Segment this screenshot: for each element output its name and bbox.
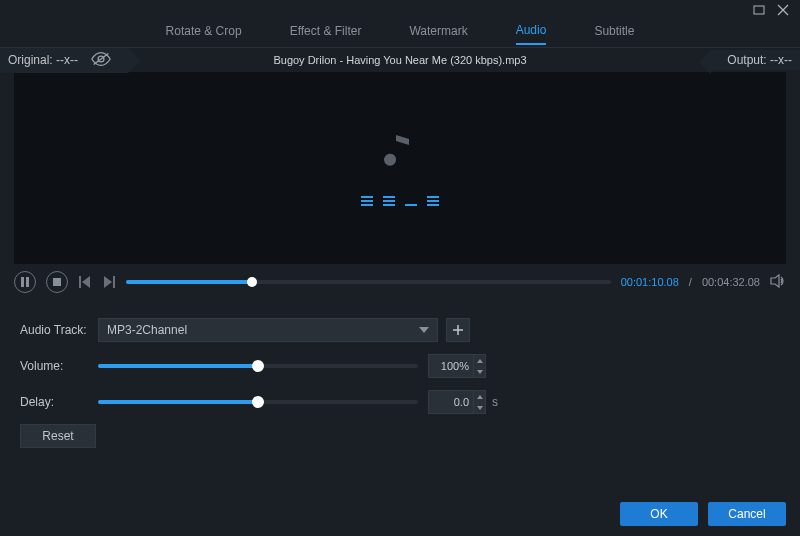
equalizer-icon xyxy=(361,194,439,206)
svg-marker-9 xyxy=(82,276,90,288)
delay-slider[interactable] xyxy=(98,400,418,404)
delay-up-button[interactable] xyxy=(474,391,485,402)
add-audio-track-button[interactable] xyxy=(446,318,470,342)
maximize-button[interactable] xyxy=(752,3,766,17)
delay-slider-thumb[interactable] xyxy=(252,396,264,408)
duration-time: 00:04:32.08 xyxy=(702,276,760,288)
preview-toggle[interactable] xyxy=(90,51,112,70)
svg-marker-13 xyxy=(419,327,429,333)
output-size-label: Output: --x-- xyxy=(727,53,792,67)
delay-value[interactable]: 0.0 xyxy=(428,390,474,414)
svg-marker-16 xyxy=(477,359,483,363)
stop-icon xyxy=(52,277,62,287)
time-separator: / xyxy=(689,276,692,288)
music-note-icon xyxy=(383,131,417,174)
audio-track-selected: MP3-2Channel xyxy=(107,323,187,337)
svg-rect-5 xyxy=(21,277,24,287)
close-button[interactable] xyxy=(776,3,790,17)
volume-value[interactable]: 100% xyxy=(428,354,474,378)
stop-button[interactable] xyxy=(46,271,68,293)
ok-button[interactable]: OK xyxy=(620,502,698,526)
tab-audio[interactable]: Audio xyxy=(516,23,547,45)
chevron-down-icon xyxy=(419,327,429,333)
eye-off-icon xyxy=(90,51,112,67)
timeline-slider[interactable] xyxy=(126,280,611,284)
tab-watermark[interactable]: Watermark xyxy=(409,24,467,44)
delay-unit: s xyxy=(492,395,498,409)
original-size-label: Original: --x-- xyxy=(8,53,78,67)
delay-down-button[interactable] xyxy=(474,402,485,413)
playback-bar: 00:01:10.08/00:04:32.08 xyxy=(0,264,800,300)
filename-label: Bugoy Drilon - Having You Near Me (320 k… xyxy=(273,54,526,66)
svg-rect-6 xyxy=(26,277,29,287)
audio-track-select[interactable]: MP3-2Channel xyxy=(98,318,438,342)
volume-slider[interactable] xyxy=(98,364,418,368)
volume-label: Volume: xyxy=(20,359,98,373)
svg-marker-18 xyxy=(477,395,483,399)
tab-subtitle[interactable]: Subtitle xyxy=(594,24,634,44)
preview-area xyxy=(14,72,786,264)
delay-spinner xyxy=(474,390,486,414)
svg-line-4 xyxy=(94,53,109,64)
svg-rect-7 xyxy=(53,278,61,286)
delay-label: Delay: xyxy=(20,395,98,409)
speaker-icon xyxy=(770,273,786,289)
audio-track-label: Audio Track: xyxy=(20,323,98,337)
svg-marker-17 xyxy=(477,370,483,374)
svg-rect-0 xyxy=(754,6,764,14)
reset-button[interactable]: Reset xyxy=(20,424,96,448)
volume-spinner xyxy=(474,354,486,378)
tab-bar: Rotate & Crop Effect & Filter Watermark … xyxy=(0,20,800,48)
prev-button[interactable] xyxy=(78,275,92,289)
svg-marker-19 xyxy=(477,406,483,410)
volume-down-button[interactable] xyxy=(474,366,485,377)
svg-marker-10 xyxy=(104,276,112,288)
plus-icon xyxy=(452,324,464,336)
pause-icon xyxy=(20,277,30,287)
next-icon xyxy=(103,276,115,288)
close-icon xyxy=(777,4,789,16)
volume-slider-thumb[interactable] xyxy=(252,360,264,372)
volume-button[interactable] xyxy=(770,273,786,292)
maximize-icon xyxy=(753,4,765,16)
cancel-button[interactable]: Cancel xyxy=(708,502,786,526)
timeline-thumb[interactable] xyxy=(247,277,257,287)
svg-rect-8 xyxy=(79,276,81,288)
play-pause-button[interactable] xyxy=(14,271,36,293)
volume-up-button[interactable] xyxy=(474,355,485,366)
svg-rect-11 xyxy=(113,276,115,288)
prev-icon xyxy=(79,276,91,288)
svg-marker-12 xyxy=(771,275,779,287)
tab-rotate-crop[interactable]: Rotate & Crop xyxy=(166,24,242,44)
next-button[interactable] xyxy=(102,275,116,289)
current-time: 00:01:10.08 xyxy=(621,276,679,288)
tab-effect-filter[interactable]: Effect & Filter xyxy=(290,24,362,44)
info-bar: Original: --x-- Bugoy Drilon - Having Yo… xyxy=(0,48,800,72)
